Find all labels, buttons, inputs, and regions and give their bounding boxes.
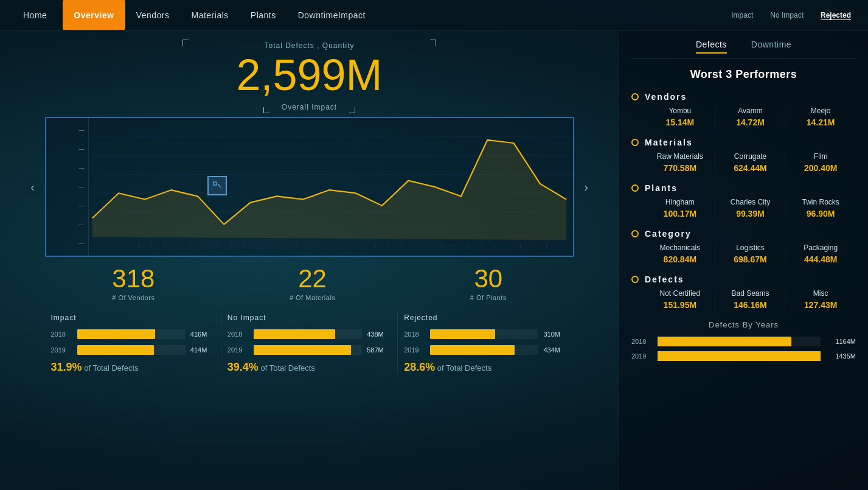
performer-name: Corrugate: [715, 152, 786, 161]
performer-value: 127.43M: [804, 300, 837, 310]
performer-name: Bad Seams: [715, 289, 786, 298]
performer-name: Raw Materials: [645, 152, 715, 161]
y-tick: —: [47, 127, 87, 133]
y-tick: —: [47, 222, 87, 228]
nav-overview[interactable]: Overview: [63, 0, 125, 30]
cursor-svg: [212, 181, 222, 191]
right-tabs: Defects Downtime: [631, 40, 856, 59]
chart-cursor-icon[interactable]: [207, 176, 227, 195]
performer-header: Vendors: [631, 92, 856, 102]
defects-bar-year: 2018: [631, 338, 653, 345]
performer-name: Hingham: [645, 198, 715, 206]
performer-name: Not Certified: [645, 289, 715, 298]
defects-years-bars: 20181164M20191435M: [631, 337, 856, 361]
bar-track: [430, 329, 538, 339]
bar-value: 587M: [367, 346, 391, 354]
materials-count: 22: [290, 266, 335, 292]
defects-bar-track: [658, 337, 821, 346]
defects-by-years: Defects By Years 20181164M20191435M: [631, 320, 856, 361]
bar-value: 434M: [543, 346, 568, 354]
performer-value: 96.90M: [807, 209, 835, 219]
bar-row: 2019434M: [404, 345, 568, 355]
performer-section-4: DefectsNot Certified151.95MBad Seams146.…: [631, 275, 856, 310]
tab-downtime[interactable]: Downtime: [751, 40, 791, 54]
bar-year: 2018: [51, 331, 72, 338]
performer-section-0: VendorsYombu15.14MAvamm14.72MMeejo14.21M: [631, 92, 856, 128]
stat-vendors: 318 # Of Vendors: [112, 266, 155, 301]
top-bar: Home Overview Vendors Materials Plants D…: [0, 0, 868, 30]
left-panel: Total Defects , Quantity 2,599M Overall …: [0, 30, 619, 490]
plants-label: # Of Plants: [470, 294, 507, 301]
performer-item: Bad Seams146.16M: [715, 289, 786, 310]
performer-name: Film: [785, 152, 856, 161]
bar-value: 414M: [190, 346, 215, 354]
performer-value: 820.84M: [664, 254, 696, 264]
bar-group-0: Impact2018416M2019414M31.9% of Total Def…: [45, 313, 221, 374]
performer-item: Twin Rocks96.90M: [785, 198, 856, 219]
performer-value: 444.48M: [804, 254, 837, 264]
performer-header: Plants: [631, 183, 856, 193]
line-chart-wrapper: — — — — — — —: [45, 117, 574, 257]
filter-rejected[interactable]: Rejected: [816, 9, 856, 21]
defects-bar-value: 1164M: [825, 338, 856, 345]
performer-value: 15.14M: [665, 117, 694, 127]
defects-bar-track: [658, 351, 821, 361]
performer-category: Materials: [645, 138, 693, 147]
overall-impact-label: Overall Impact: [282, 103, 337, 111]
bar-group-title-2: Rejected: [404, 313, 568, 322]
nav-home[interactable]: Home: [12, 0, 58, 30]
performer-dot: [631, 93, 639, 100]
performer-value: 100.17M: [664, 209, 696, 219]
chart-title: Total Defects , Quantity: [264, 41, 354, 50]
performer-items: Raw Materials770.58MCorrugate624.44MFilm…: [631, 152, 856, 173]
performer-item: Raw Materials770.58M: [645, 152, 715, 173]
worst-performers-title: Worst 3 Performers: [631, 68, 856, 81]
performer-value: 99.39M: [736, 209, 765, 219]
chart-prev-arrow[interactable]: ‹: [24, 178, 42, 196]
y-tick: —: [47, 165, 87, 171]
bar-track: [430, 345, 538, 355]
bar-value: 310M: [543, 331, 568, 338]
bar-track: [254, 345, 362, 355]
filter-bar: Impact No Impact Rejected: [726, 9, 856, 21]
performer-header: Defects: [631, 275, 856, 284]
performer-dot: [631, 184, 639, 192]
y-tick: —: [47, 240, 87, 247]
performer-dot: [631, 139, 639, 146]
bar-fill: [77, 329, 155, 339]
nav-downtime-impact[interactable]: DowntimeImpact: [287, 0, 377, 30]
performer-item: Mechanicals820.84M: [645, 243, 715, 265]
main-content: Total Defects , Quantity 2,599M Overall …: [0, 30, 868, 490]
performer-value: 151.95M: [664, 300, 696, 310]
stat-plants: 30 # Of Plants: [470, 266, 507, 301]
chart-container: Total Defects , Quantity 2,599M Overall …: [45, 40, 574, 374]
performer-item: Meejo14.21M: [785, 107, 856, 128]
bar-charts-section: Impact2018416M2019414M31.9% of Total Def…: [45, 313, 574, 374]
chart-next-arrow[interactable]: ›: [577, 178, 595, 196]
nav-plants[interactable]: Plants: [240, 0, 287, 30]
bar-fill: [254, 329, 335, 339]
performer-value: 698.67M: [734, 254, 766, 264]
y-tick: —: [47, 203, 87, 209]
bar-fill: [430, 329, 495, 339]
performer-item: Charles City99.39M: [715, 198, 786, 219]
bar-group-title-0: Impact: [51, 313, 215, 322]
bar-year: 2019: [51, 346, 72, 354]
bar-track: [77, 329, 186, 339]
svg-line-44: [218, 184, 221, 187]
defects-bar-fill: [658, 337, 791, 346]
performer-item: Not Certified151.95M: [645, 289, 715, 310]
performer-category: Category: [645, 229, 692, 239]
performer-value: 200.40M: [804, 163, 837, 173]
bar-summary: 39.4% of Total Defects: [227, 361, 391, 374]
performer-header: Materials: [631, 138, 856, 147]
filter-no-impact[interactable]: No Impact: [765, 9, 808, 21]
performer-value: 14.72M: [736, 117, 765, 127]
defects-years-title: Defects By Years: [631, 320, 856, 329]
filter-impact[interactable]: Impact: [726, 9, 758, 21]
tab-defects[interactable]: Defects: [696, 40, 727, 54]
nav-materials[interactable]: Materials: [181, 0, 240, 30]
nav-vendors[interactable]: Vendors: [125, 0, 181, 30]
bar-value: 438M: [367, 331, 391, 338]
performer-items: Hingham100.17MCharles City99.39MTwin Roc…: [631, 198, 856, 219]
